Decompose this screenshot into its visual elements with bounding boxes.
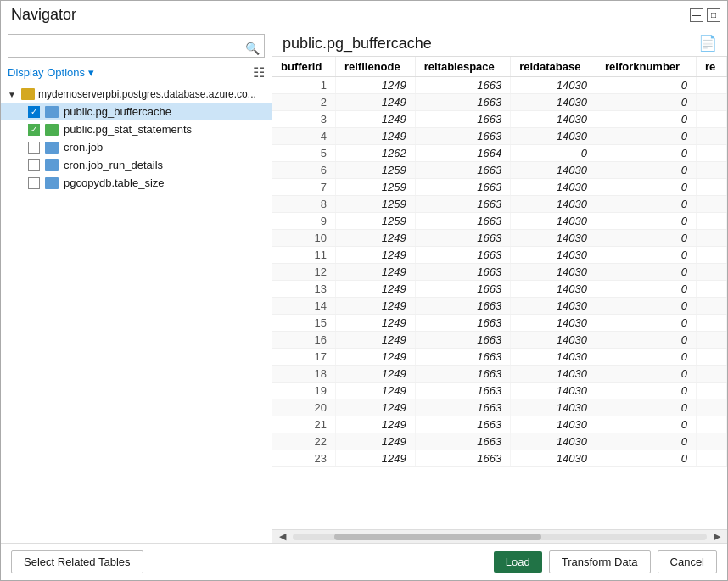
table-cell — [696, 196, 726, 213]
table-cell: 1249 — [335, 230, 415, 247]
table-cell: 1663 — [415, 366, 511, 383]
table-cell: 1259 — [335, 213, 415, 230]
table-cell: 14030 — [511, 298, 596, 315]
cancel-button[interactable]: Cancel — [658, 550, 717, 573]
table-cell: 14030 — [511, 433, 596, 450]
scroll-right-arrow[interactable]: ▶ — [710, 531, 724, 542]
tree-table-node[interactable]: ✓public.pg_buffercache — [1, 103, 272, 120]
minimize-button[interactable]: — — [690, 8, 703, 22]
table-cell: 1663 — [415, 332, 511, 349]
table-icon — [45, 124, 59, 136]
table-cell: 1249 — [335, 77, 415, 94]
table-cell: 1663 — [415, 349, 511, 366]
table-row: 1412491663140300 — [272, 298, 727, 315]
tree-table-node[interactable]: cron.job — [1, 138, 272, 156]
checkbox-wrap[interactable] — [28, 177, 40, 189]
display-options-button[interactable]: Display Options ▾ — [8, 64, 94, 81]
table-cell: 1663 — [415, 298, 511, 315]
window-title: Navigator — [11, 6, 76, 24]
table-cell: 14030 — [511, 179, 596, 196]
checkbox-wrap[interactable] — [28, 142, 40, 154]
table-cell: 1249 — [335, 399, 415, 416]
table-icon — [45, 106, 59, 118]
chevron-down-icon: ▼ — [8, 90, 18, 99]
table-cell — [696, 383, 726, 399]
table-cell: 1249 — [335, 128, 415, 145]
tree-table-node[interactable]: ✓public.pg_stat_statements — [1, 120, 272, 138]
table-row: 812591663140300 — [272, 196, 727, 213]
transform-data-button[interactable]: Transform Data — [549, 550, 651, 573]
navigator-window: Navigator — □ 🔍 Display Options ▾ ☷ — [0, 0, 728, 581]
right-panel: public.pg_buffercache 📄 bufferidrelfilen… — [272, 27, 727, 543]
tree-table-node[interactable]: cron.job_run_details — [1, 156, 272, 174]
scroll-left-arrow[interactable]: ◀ — [276, 531, 289, 542]
table-cell — [696, 145, 726, 162]
data-table-wrap[interactable]: bufferidrelfilenodereltablespacereldatab… — [272, 56, 727, 529]
table-cell: 14030 — [511, 416, 596, 433]
table-cell — [696, 94, 726, 111]
table-row: 51262166400 — [272, 145, 727, 162]
table-cell: 16 — [272, 332, 335, 349]
table-cell — [696, 281, 726, 298]
load-button[interactable]: Load — [494, 551, 542, 573]
table-cell: 14030 — [511, 111, 596, 128]
table-cell: 1249 — [335, 383, 415, 399]
tree-table-node[interactable]: pgcopydb.table_size — [1, 174, 272, 192]
table-row: 1612491663140300 — [272, 332, 727, 349]
restore-button[interactable]: □ — [707, 8, 720, 22]
table-cell — [696, 162, 726, 179]
horizontal-scrollbar[interactable]: ◀ ▶ — [272, 529, 727, 543]
table-cell: 23 — [272, 450, 335, 467]
table-icon — [45, 177, 59, 189]
table-cell: 0 — [596, 145, 697, 162]
table-label: public.pg_buffercache — [64, 105, 171, 118]
table-cell: 0 — [596, 433, 697, 450]
checkbox-wrap[interactable]: ✓ — [28, 124, 40, 136]
server-node[interactable]: ▼ mydemoserverpbi.postgres.database.azur… — [1, 86, 272, 103]
table-cell: 1259 — [335, 162, 415, 179]
preview-title: public.pg_buffercache — [283, 35, 432, 53]
table-cell — [696, 128, 726, 145]
table-cell: 14030 — [511, 264, 596, 281]
table-row: 1012491663140300 — [272, 230, 727, 247]
table-cell: 1249 — [335, 264, 415, 281]
table-cell: 13 — [272, 281, 335, 298]
table-cell: 1249 — [335, 332, 415, 349]
table-cell: 4 — [272, 128, 335, 145]
table-body: 1124916631403002124916631403003124916631… — [272, 77, 727, 467]
table-cell: 0 — [596, 111, 697, 128]
table-cell: 5 — [272, 145, 335, 162]
preview-export-icon[interactable]: 📄 — [698, 34, 717, 53]
table-label: public.pg_stat_statements — [64, 123, 192, 136]
table-cell: 1259 — [335, 196, 415, 213]
scrollbar-track[interactable] — [293, 534, 707, 540]
checkbox-wrap[interactable] — [28, 159, 40, 171]
table-cell: 1663 — [415, 450, 511, 467]
table-cell: 14030 — [511, 366, 596, 383]
table-cell: 21 — [272, 416, 335, 433]
table-cell: 1663 — [415, 196, 511, 213]
table-cell: 0 — [596, 196, 697, 213]
table-cell: 14030 — [511, 315, 596, 332]
table-cell: 1663 — [415, 230, 511, 247]
table-cell: 8 — [272, 196, 335, 213]
table-cell — [696, 366, 726, 383]
table-cell: 0 — [596, 77, 697, 94]
bottom-left: Select Related Tables — [11, 550, 143, 573]
table-row: 112491663140300 — [272, 77, 727, 94]
table-cell: 1249 — [335, 366, 415, 383]
select-related-tables-button[interactable]: Select Related Tables — [11, 550, 143, 573]
scrollbar-thumb[interactable] — [334, 534, 541, 540]
table-cell: 14030 — [511, 247, 596, 264]
table-cell: 0 — [596, 247, 697, 264]
table-cell: 0 — [596, 213, 697, 230]
checkbox-wrap[interactable]: ✓ — [28, 106, 40, 118]
column-header: re — [696, 57, 726, 77]
table-row: 1312491663140300 — [272, 281, 727, 298]
search-input[interactable] — [8, 34, 265, 58]
table-cell: 1663 — [415, 383, 511, 399]
table-label: pgcopydb.table_size — [64, 176, 165, 189]
table-cell — [696, 111, 726, 128]
table-cell: 15 — [272, 315, 335, 332]
table-icon — [45, 159, 59, 171]
